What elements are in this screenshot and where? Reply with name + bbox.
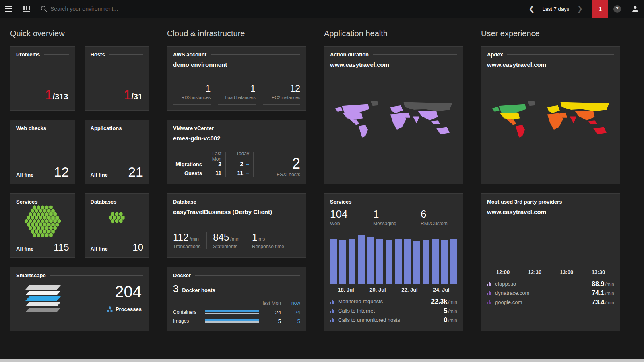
tile-services-health[interactable]: Services 104 Web 1 Messaging 6 RMI/Custo… xyxy=(324,193,463,331)
esxi-hosts-stat: 2 ESXi hosts xyxy=(258,156,300,177)
map-region-europe xyxy=(390,105,403,113)
stat-rds-instances: 1 RDS instances xyxy=(173,84,211,105)
total-hosts-value: /31 xyxy=(131,92,142,101)
x-label: 22. Jul xyxy=(394,287,425,293)
help-button[interactable]: ? xyxy=(608,0,626,18)
stat-label: Transactions xyxy=(173,244,200,249)
time-range-label[interactable]: Last 7 days xyxy=(540,6,572,12)
menu-button[interactable] xyxy=(0,0,18,18)
tile-title: Services xyxy=(330,199,352,205)
time-range-forward-button[interactable]: ❯ xyxy=(572,0,588,18)
stat-value: 845 xyxy=(213,232,229,243)
tile-aws-account[interactable]: AWS account demo environment 1 RDS insta… xyxy=(167,46,306,111)
status-text: All fine xyxy=(91,246,108,252)
dashboards-button[interactable] xyxy=(18,0,35,18)
x-label: 24. Jul xyxy=(425,287,457,293)
vmware-table: Migrations Guests Last Mon 2 11 Today 2–… xyxy=(173,151,300,177)
legend-unit: /min xyxy=(605,282,614,287)
trend-flat-icon: – xyxy=(246,161,249,167)
containers-bar xyxy=(205,310,259,314)
web-checks-count: 12 xyxy=(54,165,69,179)
tile-problems[interactable]: Problems 1/313 xyxy=(10,46,75,111)
stat-response-time: 1ms Response time xyxy=(252,232,290,249)
column-header-today: Today xyxy=(230,151,249,160)
title-rule xyxy=(44,54,69,55)
map-region-africa xyxy=(390,113,406,130)
tile-services[interactable]: Services All fine115 xyxy=(10,193,75,258)
tile-title: VMware vCenter xyxy=(173,125,214,131)
bar-chart-icon xyxy=(487,282,491,286)
section-title-application-health: Application health xyxy=(324,29,463,38)
legend-row-monitored-requests: Monitored requests 22.3k/min xyxy=(330,297,457,306)
legend-row-cfapps: cfapps.io 88.9/min xyxy=(487,279,614,288)
section-title-cloud-infrastructure: Cloud & infrastructure xyxy=(167,29,306,38)
esxi-hosts-label: ESXi hosts xyxy=(258,172,300,177)
stat-value: 1 xyxy=(252,232,257,243)
column-header-last-mon: Last Mon xyxy=(202,151,221,160)
x-label: 20. Jul xyxy=(362,287,394,293)
row-label-guests: Guests xyxy=(173,169,202,177)
map-region-east-asia xyxy=(418,111,438,120)
legend-value: 88.9 xyxy=(592,280,604,287)
tile-docker[interactable]: Docker 3 Docker hosts last Mon now Conta… xyxy=(167,267,306,331)
legend-value: 73.4 xyxy=(592,299,604,306)
stat-unit: /min xyxy=(190,236,199,242)
tile-web-checks[interactable]: Web checks All fine12 xyxy=(10,120,75,184)
hamburger-icon xyxy=(5,6,12,12)
tile-smartscape[interactable]: Smartscape 204 Processes xyxy=(10,267,149,331)
title-rule xyxy=(356,202,458,202)
tile-title: Databases xyxy=(91,199,117,205)
tile-title: Action duration xyxy=(330,51,369,58)
map-region-south-america xyxy=(516,125,525,138)
tile-database[interactable]: Database easyTravelBusiness (Derby Clien… xyxy=(167,193,306,258)
action-duration-world-map xyxy=(332,77,455,161)
map-region-alaska xyxy=(492,107,500,112)
tile-title: Smartscape xyxy=(16,272,46,278)
section-title-user-experience: User experience xyxy=(481,29,620,38)
map-region-australia xyxy=(593,127,607,134)
horizontal-scrollbar[interactable] xyxy=(0,359,644,362)
problem-hosts-value: 1 xyxy=(124,88,131,101)
legend-unit: /min xyxy=(448,309,457,314)
legend-label: Calls to unmonitored hosts xyxy=(338,317,440,323)
x-label: 12:00 xyxy=(487,269,519,275)
map-region-greenland xyxy=(528,101,536,106)
map-region-se-asia xyxy=(431,120,440,124)
tile-applications[interactable]: Applications All fine21 xyxy=(85,120,150,184)
services-legend: Monitored requests 22.3k/min Calls to In… xyxy=(330,297,457,325)
time-range-back-button[interactable]: ❮ xyxy=(523,0,540,18)
guests-today: 11 xyxy=(237,170,243,176)
tile-apdex[interactable]: Apdex www.easytravel.com xyxy=(481,46,620,184)
legend-row-calls-to-internet: Calls to Internet 5/min xyxy=(330,306,457,315)
processes-count: 204 xyxy=(115,284,142,300)
x-label: 18. Jul xyxy=(330,287,362,293)
stat-label: EC2 instances xyxy=(263,95,300,101)
title-rule xyxy=(50,275,143,276)
map-region-india xyxy=(570,116,576,123)
stat-label: Load balancers xyxy=(218,95,255,101)
topbar: ❮ Last 7 days ❯ 1 ? xyxy=(0,0,644,18)
total-problems-value: /313 xyxy=(53,92,68,101)
divider xyxy=(225,152,226,177)
images-last-mon: 5 xyxy=(262,318,281,324)
stat-value: 6 xyxy=(421,209,448,219)
images-bar xyxy=(205,319,259,323)
tile-hosts[interactable]: Hosts 1/31 xyxy=(85,46,150,111)
tile-title: Database xyxy=(173,199,196,205)
stat-label: Messaging xyxy=(373,221,409,226)
legend-unit: /min xyxy=(448,299,457,305)
tile-vmware-vcenter[interactable]: VMware vCenter emea-gdn-vc002 Migrations… xyxy=(167,120,306,184)
divider xyxy=(253,152,254,177)
user-button[interactable] xyxy=(626,0,644,18)
tile-databases[interactable]: Databases All fine10 xyxy=(85,193,150,258)
tile-third-party-providers[interactable]: Most used 3rd party providers www.easytr… xyxy=(481,193,620,331)
stat-value: 1 xyxy=(218,84,255,94)
docker-hosts-value: 3 xyxy=(173,283,178,294)
search-input[interactable] xyxy=(50,5,223,12)
problems-badge[interactable]: 1 xyxy=(592,0,608,18)
map-region-mexico xyxy=(506,119,516,125)
bar-chart-icon xyxy=(330,318,334,322)
tile-action-duration[interactable]: Action duration www.easytravel.com xyxy=(324,46,463,184)
third-party-stacked-bar-chart xyxy=(487,222,614,267)
title-rule xyxy=(211,54,300,55)
